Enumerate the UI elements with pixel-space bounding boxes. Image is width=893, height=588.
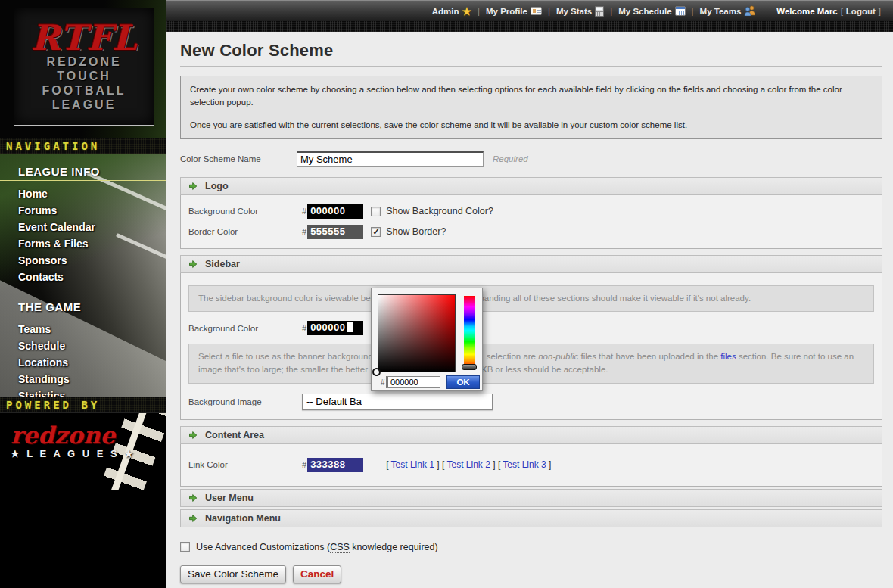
- files-link[interactable]: files: [720, 352, 736, 361]
- calendar-icon: [675, 6, 686, 16]
- logout-bracket: [: [841, 7, 843, 16]
- saturation-value-gradient[interactable]: [378, 294, 456, 372]
- hash-prefix: #: [302, 460, 306, 469]
- redzone-wordmark: redzone: [11, 424, 166, 446]
- star-icon: ★: [462, 8, 471, 15]
- section-title-logo: Logo: [205, 181, 229, 191]
- league-name-line: REDZONE: [46, 54, 121, 69]
- sidebar-background-color-row: Background Color # 000000: [188, 321, 874, 335]
- menu-admin[interactable]: Admin ★: [432, 7, 471, 16]
- leagues-wordmark: ★ L E A G U E S ★: [11, 448, 166, 459]
- test-link-2[interactable]: Test Link 2: [446, 459, 490, 470]
- css-abbr: CSS: [330, 542, 350, 553]
- link-color-field[interactable]: 333388: [307, 458, 363, 472]
- sidebar-note: The sidebar background color is viewable…: [188, 285, 874, 312]
- navigation-header: NAVIGATION: [0, 138, 166, 154]
- field-label: Background Color: [188, 207, 302, 216]
- league-name-line: LEAGUE: [52, 98, 117, 112]
- required-note: Required: [493, 154, 528, 163]
- menu-my-schedule[interactable]: My Schedule: [618, 6, 685, 16]
- color-selector-circle[interactable]: [372, 368, 381, 376]
- field-label: Border Color: [188, 227, 302, 236]
- logout-link[interactable]: Logout: [846, 7, 876, 16]
- sidebar-item-contacts[interactable]: Contacts: [18, 269, 166, 285]
- picker-ok-button[interactable]: OK: [446, 375, 480, 389]
- hue-slider-handle[interactable]: [462, 364, 477, 370]
- sidebar-item-standings[interactable]: Standings: [18, 371, 166, 387]
- sidebar-background-color-field[interactable]: 000000: [307, 321, 363, 335]
- title-divider: [180, 66, 882, 67]
- intro-paragraph-2: Once you are satisfied with the current …: [190, 119, 873, 132]
- sidebar-group-league-info: LEAGUE INFO: [0, 162, 166, 181]
- use-advanced-customizations-checkbox[interactable]: [180, 542, 190, 552]
- cancel-button[interactable]: Cancel: [293, 565, 341, 583]
- hash-prefix: #: [302, 324, 306, 333]
- section-header-content-area[interactable]: Content Area: [180, 426, 882, 444]
- picker-hex-input[interactable]: [386, 376, 440, 388]
- sidebar-item-schedule[interactable]: Schedule: [18, 338, 166, 354]
- league-logo-area: RTFL REDZONE TOUCH FOOTBALL LEAGUE: [0, 0, 166, 138]
- section-body-logo: Background Color # 000000 Show Backgroun…: [180, 195, 882, 249]
- test-link-3[interactable]: Test Link 3: [503, 459, 546, 470]
- test-link-1[interactable]: Test Link 1: [391, 459, 434, 470]
- redzone-leagues-logo[interactable]: redzone ★ L E A G U E S ★: [0, 413, 166, 490]
- save-color-scheme-button[interactable]: Save Color Scheme: [180, 565, 286, 583]
- logo-background-color-field[interactable]: 000000: [307, 204, 363, 219]
- expand-arrow-icon: [188, 431, 198, 440]
- league-logo[interactable]: RTFL REDZONE TOUCH FOOTBALL LEAGUE: [14, 8, 154, 126]
- sidebar-item-sponsors[interactable]: Sponsors: [18, 252, 166, 269]
- section-title-navigation-menu: Navigation Menu: [205, 513, 281, 524]
- sidebar-item-locations[interactable]: Locations: [18, 354, 166, 371]
- checkbox-label: Show Border?: [386, 226, 446, 237]
- sidebar-item-teams[interactable]: Teams: [18, 321, 166, 338]
- section-header-navigation-menu[interactable]: Navigation Menu: [180, 509, 882, 527]
- page-title: New Color Scheme: [180, 41, 882, 61]
- sidebar-item-forums[interactable]: Forums: [18, 202, 166, 219]
- color-scheme-name-input[interactable]: [297, 151, 484, 167]
- banner-background-note: Select a file to use as the banner backg…: [188, 344, 874, 384]
- text-cursor: [347, 322, 353, 332]
- sidebar-item-home[interactable]: Home: [18, 185, 166, 202]
- sidebar-item-statistics[interactable]: Statistics: [18, 387, 166, 397]
- hash-prefix: #: [381, 378, 385, 387]
- menu-my-schedule-label: My Schedule: [618, 7, 671, 16]
- hex-value: 000000: [310, 322, 345, 333]
- show-border-checkbox[interactable]: [371, 227, 381, 237]
- logo-background-color-row: Background Color # 000000 Show Backgroun…: [188, 204, 874, 219]
- expand-arrow-icon: [188, 493, 198, 502]
- sidebar-item-event-calendar[interactable]: Event Calendar: [18, 219, 166, 235]
- expand-arrow-icon: [188, 260, 198, 269]
- background-image-select[interactable]: -- Default Ba: [302, 394, 493, 410]
- menu-admin-label: Admin: [432, 7, 459, 16]
- section-body-sidebar: The sidebar background color is viewable…: [180, 273, 882, 420]
- section-title-content-area: Content Area: [205, 430, 264, 440]
- vcard-icon: [531, 7, 542, 15]
- league-name-line: TOUCH: [57, 69, 111, 83]
- color-picker-popup: # OK: [371, 288, 483, 391]
- color-scheme-name-row: Color Scheme Name Required: [180, 151, 882, 167]
- menu-separator: |: [478, 7, 480, 16]
- sidebar-field-background: LEAGUE INFO Home Forums Event Calendar F…: [0, 154, 166, 397]
- section-header-sidebar[interactable]: Sidebar: [180, 255, 882, 273]
- section-header-user-menu[interactable]: User Menu: [180, 489, 882, 507]
- link-color-row: Link Color # 333388 [ Test Link 1 ] [ Te…: [188, 458, 874, 472]
- logo-border-color-row: Border Color # 555555 Show Border?: [188, 225, 874, 239]
- sidebar: RTFL REDZONE TOUCH FOOTBALL LEAGUE NAVIG…: [0, 0, 166, 588]
- section-body-content-area: Link Color # 333388 [ Test Link 1 ] [ Te…: [180, 444, 882, 487]
- sidebar-item-forms-files[interactable]: Forms & Files: [18, 235, 166, 252]
- section-title-sidebar: Sidebar: [205, 259, 240, 269]
- show-background-color-checkbox[interactable]: [371, 207, 381, 216]
- section-header-logo[interactable]: Logo: [180, 177, 882, 195]
- menu-separator: |: [692, 7, 694, 16]
- powered-by-header: POWERED BY: [0, 397, 166, 413]
- form-buttons: Save Color Scheme Cancel: [180, 565, 882, 583]
- hue-slider[interactable]: [464, 296, 475, 366]
- menu-my-teams[interactable]: My Teams: [700, 5, 758, 17]
- logo-border-color-field[interactable]: 555555: [307, 225, 363, 239]
- menu-separator: |: [610, 7, 612, 16]
- advanced-customizations-row: Use Advanced Customizations (CSS knowled…: [180, 542, 882, 552]
- menu-my-profile[interactable]: My Profile: [486, 7, 542, 16]
- menu-separator: |: [548, 7, 550, 16]
- expand-arrow-icon: [188, 182, 198, 191]
- menu-my-stats[interactable]: My Stats: [556, 6, 604, 17]
